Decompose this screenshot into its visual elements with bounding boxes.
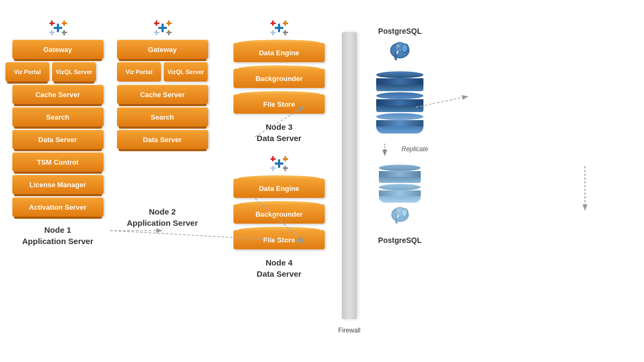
svg-rect-25	[283, 23, 288, 24]
postgresql-primary: PostgreSQL	[376, 27, 423, 134]
vizql-server-block-node2: VizQL Server	[164, 62, 208, 82]
svg-point-45	[402, 45, 407, 52]
node4-label: Node 4 Data Server	[257, 257, 301, 279]
postgresql-secondary-label: PostgreSQL	[378, 236, 422, 245]
diagram: Gateway Viz Portal VizQL Server Cache Se…	[0, 0, 644, 362]
node1-label: Node 1 Application Server	[22, 224, 93, 247]
viz-row-node2: Viz Portal VizQL Server	[117, 62, 208, 82]
tsm-control-block-node1: TSM Control	[12, 152, 104, 172]
svg-rect-13	[154, 23, 159, 24]
firewall-label: Firewall	[338, 327, 360, 334]
postgresql-elephant-secondary	[385, 205, 415, 232]
db-secondary-cylinder	[379, 165, 421, 203]
backgrounder-block-node4: Backgrounder	[233, 201, 325, 225]
gateway-block-node2: Gateway	[117, 40, 208, 59]
tableau-logo-node2	[149, 16, 176, 40]
file-store-block-node3: File Store	[233, 91, 325, 115]
svg-rect-33	[270, 158, 276, 160]
node1-column: Gateway Viz Portal VizQL Server Cache Se…	[11, 16, 105, 247]
svg-rect-3	[49, 23, 55, 24]
svg-rect-39	[283, 167, 288, 169]
backgrounder-block-node3: Backgrounder	[233, 65, 325, 89]
svg-rect-27	[270, 32, 276, 33]
tableau-logo-node3	[266, 16, 292, 40]
postgresql-elephant-primary	[384, 40, 416, 69]
data-server-block-node1: Data Server	[12, 130, 104, 149]
replicate-arrow	[371, 141, 398, 157]
svg-rect-37	[270, 167, 276, 169]
node2-label: Node 2 Application Server	[127, 206, 198, 228]
file-store-block-node4: File Store	[233, 227, 325, 250]
cache-server-block-node2: Cache Server	[117, 85, 208, 104]
svg-rect-15	[166, 23, 172, 24]
viz-portal-block-node2: Viz Portal	[117, 62, 161, 82]
svg-rect-1	[54, 27, 62, 29]
db-primary-cylinder	[376, 71, 423, 134]
node3-label: Node 3 Data Server	[257, 121, 301, 144]
svg-point-55	[402, 209, 407, 216]
search-block-node1: Search	[12, 107, 104, 127]
svg-point-47	[398, 46, 399, 47]
license-manager-block-node1: License Manager	[12, 175, 104, 194]
activation-server-block-node1: Activation Server	[12, 197, 104, 217]
replicate-section: Replicate	[371, 141, 428, 157]
svg-rect-29	[283, 32, 288, 33]
postgresql-primary-label: PostgreSQL	[378, 27, 422, 35]
nodes-34-wrapper: Data Engine Backgrounder File Store Node…	[225, 16, 333, 279]
svg-rect-9	[62, 32, 67, 33]
svg-rect-23	[270, 23, 276, 24]
svg-rect-5	[62, 23, 67, 24]
svg-rect-21	[275, 27, 283, 29]
postgresql-section: PostgreSQL	[371, 27, 428, 245]
tableau-logo-node4	[266, 152, 292, 175]
postgresql-secondary: PostgreSQL	[378, 165, 422, 245]
svg-point-57	[398, 210, 399, 211]
svg-rect-17	[154, 32, 159, 33]
svg-rect-7	[49, 32, 55, 33]
viz-row-node1: Viz Portal VizQL Server	[5, 62, 99, 82]
node2-column: Gateway Viz Portal VizQL Server Cache Se…	[115, 16, 209, 228]
search-block-node2: Search	[117, 107, 208, 127]
svg-rect-35	[283, 158, 288, 160]
replicate-label: Replicate	[401, 145, 428, 153]
svg-rect-19	[166, 32, 172, 33]
data-server-block-node2: Data Server	[117, 130, 208, 149]
svg-rect-11	[158, 27, 167, 29]
viz-portal-block-node1: Viz Portal	[5, 62, 49, 82]
vizql-server-block-node1: VizQL Server	[52, 62, 96, 82]
gateway-block-node1: Gateway	[12, 40, 104, 59]
cache-server-block-node1: Cache Server	[12, 85, 104, 104]
svg-rect-31	[275, 162, 283, 165]
tableau-logo-node1	[45, 16, 71, 40]
node3-column: Data Engine Backgrounder File Store Node…	[225, 16, 333, 144]
data-engine-block-node3: Data Engine	[233, 40, 325, 63]
data-engine-block-node4: Data Engine	[233, 175, 325, 199]
node4-column: Data Engine Backgrounder File Store Node…	[225, 152, 333, 279]
firewall: Firewall	[342, 32, 357, 319]
